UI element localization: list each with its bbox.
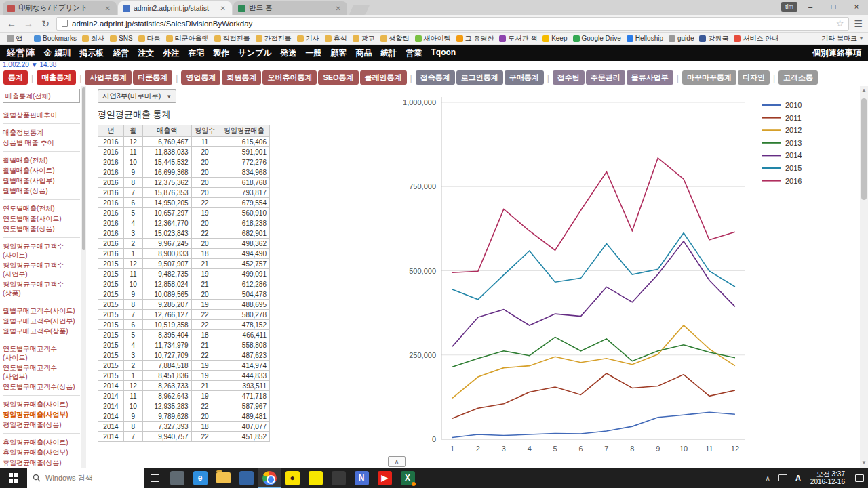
stat-tab[interactable]: 구매통계 — [505, 70, 544, 85]
sidebar-item[interactable]: 월별구매고객수(상품) — [3, 326, 80, 336]
tray-ime-indicator[interactable]: A — [791, 468, 805, 488]
sales-line-chart[interactable]: 0250,000500,000750,0001,000,000123456789… — [366, 92, 859, 471]
browser-menu-icon[interactable]: ☰ — [854, 18, 863, 29]
bookmark-item[interactable]: 간접진물 — [253, 34, 294, 43]
file-explorer-taskbar-icon[interactable] — [212, 468, 235, 488]
collapse-button[interactable]: ∧ — [388, 456, 406, 467]
url-input[interactable] — [72, 20, 832, 28]
chrome-browser-taskbar-icon[interactable] — [258, 468, 281, 488]
bookmark-item[interactable]: 직접진물 — [212, 34, 253, 43]
profile-badge[interactable]: tlm — [781, 2, 797, 12]
stat-tab[interactable]: 물류사업부 — [627, 70, 673, 85]
stat-tab[interactable]: 로그인통계 — [456, 70, 503, 85]
minimize-button[interactable]: – — [799, 0, 822, 14]
sidebar-item[interactable]: 연도별구매고객수(상품) — [3, 382, 80, 392]
sidebar-item[interactable]: 연도별매출(사이트) — [3, 214, 80, 224]
omnibox[interactable]: ☆ — [56, 17, 849, 30]
app-nav-item[interactable]: 統計 — [380, 47, 397, 59]
app-nav-item[interactable]: 発送 — [280, 47, 296, 59]
bookmark-item[interactable]: 강원국 — [696, 34, 731, 43]
close-button[interactable]: × — [845, 0, 868, 14]
dark-app-taskbar-icon[interactable] — [327, 468, 350, 488]
bookmark-item[interactable]: 회사 — [79, 34, 107, 43]
stat-tab[interactable]: 매출통계 — [37, 70, 76, 85]
tray-chevron-icon[interactable]: ∧ — [762, 468, 774, 488]
sidebar-item[interactable]: 휴일평균매출(상품) — [3, 458, 80, 468]
task-view-button[interactable] — [144, 468, 165, 488]
bookmark-item[interactable]: 그 유명한 — [454, 34, 497, 43]
bookmark-item[interactable]: 생활팁 — [378, 34, 412, 43]
kakao-app-taskbar-icon[interactable] — [304, 468, 327, 488]
app-nav-item[interactable]: 外注 — [163, 47, 179, 59]
apps-shortcut[interactable]: 앱 — [4, 34, 25, 43]
app-nav-item[interactable]: 営業 — [406, 47, 422, 59]
bookmark-star-icon[interactable]: ☆ — [836, 18, 844, 28]
browser-tab[interactable]: 印刷なら7ドプリント✕ — [3, 1, 117, 15]
bookmark-item[interactable]: 다음 — [136, 34, 163, 43]
app-nav-item[interactable]: 金 繍玔 — [44, 47, 71, 59]
division-select[interactable]: 사업3부(마쿠마쿠) ▼ — [98, 89, 176, 103]
taskbar-clock[interactable]: 오전 3:37 2016-12-16 — [805, 470, 850, 485]
excel-taskbar-icon[interactable]: X — [396, 468, 419, 488]
stat-tab[interactable]: 클레임통계 — [360, 70, 407, 85]
sidebar-item[interactable]: 연도별매출(상품) — [3, 224, 80, 234]
app-nav-item[interactable]: 経営 — [113, 47, 129, 59]
sidebar-item[interactable]: 월별매출(사업부) — [3, 176, 80, 186]
stat-tab[interactable]: SEO통계 — [318, 70, 358, 85]
scroll-down-icon[interactable]: ▼ — [860, 458, 868, 468]
browser-tab[interactable]: admin2.adprint.jp/statist✕ — [118, 1, 232, 15]
taskbar-search[interactable] — [27, 468, 144, 488]
sidebar-item[interactable]: 휴일평균매출(사업부) — [3, 447, 80, 458]
bookmark-item[interactable]: Bookmarks — [31, 35, 79, 42]
edge-browser-taskbar-icon[interactable]: e — [189, 468, 212, 488]
sidebar-item[interactable]: 매출통계(전체) — [5, 91, 77, 101]
bookmark-item[interactable]: 기사 — [294, 34, 322, 43]
page-scrollbar[interactable]: ▲ ▼ — [860, 86, 868, 468]
bookmark-item[interactable]: 도서관 책 — [496, 34, 540, 43]
sidebar-item[interactable]: 연도별구매고객수(사이트) — [3, 344, 80, 363]
tab-close-icon[interactable]: ✕ — [104, 5, 112, 12]
sidebar-item[interactable]: 월별구매고객수(사이트) — [3, 306, 80, 316]
sidebar-item[interactable]: 월별상품판매추이 — [3, 110, 80, 120]
app-nav-item[interactable]: 掲示板 — [79, 47, 104, 59]
bookmark-item[interactable]: guide — [666, 35, 696, 42]
naver-app-taskbar-icon[interactable]: N — [350, 468, 373, 488]
sidebar-item[interactable]: 평일평균매출(사이트) — [3, 399, 80, 409]
sidebar-item[interactable]: 월별매출(상품) — [3, 186, 80, 196]
bookmark-item[interactable]: 서비스 안내 — [731, 34, 781, 43]
sidebar-item[interactable]: 평일평균구매고객수(사업부) — [3, 260, 80, 279]
refresh-icon[interactable]: ↻ — [39, 18, 52, 29]
stat-tab[interactable]: 통계 — [3, 70, 28, 85]
start-button[interactable] — [0, 468, 27, 488]
app-nav-right-link[interactable]: 個別連絡事項 — [812, 47, 861, 59]
app-nav-item[interactable]: 商品 — [355, 47, 372, 59]
app-nav-item[interactable]: Tqoon — [431, 47, 456, 59]
sidebar-item[interactable]: 매출정보통계 — [3, 127, 80, 138]
sidebar-item[interactable]: 연도별구매고객수(사업부) — [3, 363, 80, 382]
app-nav-item[interactable]: 顧客 — [330, 47, 347, 59]
my-computer-taskbar-icon[interactable] — [165, 468, 189, 488]
sidebar-item[interactable]: 상품별 매출 추이 — [3, 138, 80, 148]
browser-tab[interactable]: 반드 홈✕ — [233, 1, 347, 15]
new-tab-button[interactable] — [349, 5, 370, 15]
sidebar-item[interactable]: 연도별매출(전체) — [3, 203, 80, 214]
app-nav-item[interactable]: 製作 — [213, 47, 229, 59]
stat-tab[interactable]: 사업부통계 — [85, 70, 132, 85]
app-nav-item[interactable]: 一般 — [305, 47, 321, 59]
other-bookmarks[interactable]: 기타 북마크 ▾ — [821, 34, 864, 43]
sidebar-scrollbar-thumb[interactable] — [82, 87, 85, 250]
sidebar-item[interactable]: 휴일평균매출(사이트) — [3, 437, 80, 447]
tray-display-icon[interactable] — [774, 468, 791, 488]
sidebar-item[interactable]: 평일평균구매고객수(상품) — [3, 279, 80, 298]
bookmark-item[interactable]: 휴식 — [322, 34, 350, 43]
sidebar-item[interactable]: 월별매출(사이트) — [3, 165, 80, 176]
bookmark-item[interactable]: 광고 — [350, 34, 378, 43]
tab-close-icon[interactable]: ✕ — [219, 5, 227, 12]
youtube-taskbar-icon[interactable]: ▶ — [373, 468, 396, 488]
stat-tab[interactable]: 티쿤통계 — [133, 70, 172, 85]
tab-close-icon[interactable]: ✕ — [334, 5, 342, 12]
bookmark-item[interactable]: Keep — [540, 35, 570, 42]
bookmark-item[interactable]: SNS — [107, 35, 136, 42]
stat-tab[interactable]: 회원통계 — [222, 70, 261, 85]
bookmark-item[interactable]: Google Drive — [570, 35, 624, 42]
